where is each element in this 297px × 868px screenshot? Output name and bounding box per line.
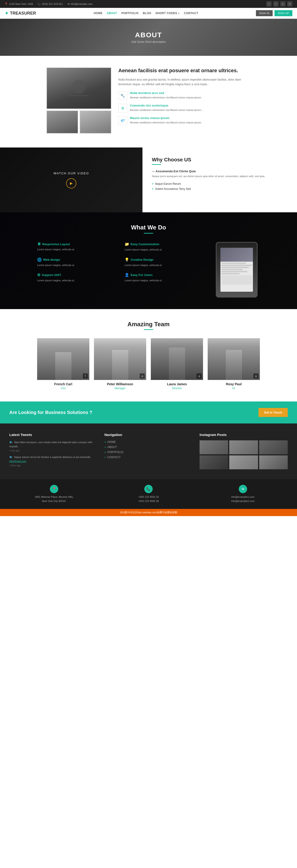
service-icon-5: ⚙ [37, 273, 40, 277]
service-support: ⚙ Support 24X7 Lorem ipsum magna, vehicu… [37, 273, 119, 283]
footer-phone-text: +005 123 4565 32 +010 123 4565 36 [138, 495, 159, 503]
twitter-icon-1: 🐦 [9, 441, 12, 444]
footer-address-text: 3481 Melrose Place, Beverly Hills, New Y… [35, 495, 74, 503]
social-facebook[interactable]: f [266, 1, 271, 6]
nav-portfolio[interactable]: PORTFOLIO [122, 11, 139, 15]
footer-instagram-title: Instagram Posts [199, 433, 288, 437]
nav-short-codes[interactable]: SHORT CODES [156, 11, 180, 15]
service-icon-4: 💡 [125, 257, 129, 262]
about-small-image-2 [80, 111, 111, 133]
footer-contact-phone: 📞 +005 123 4565 32 +010 123 4565 36 [104, 485, 193, 503]
cta-button[interactable]: Get In Touch [259, 408, 288, 417]
service-title-6: 👤 Easy For Users [125, 273, 207, 277]
team-photo-peter: ◎ [94, 338, 146, 380]
instagram-photo-2[interactable] [229, 440, 258, 454]
about-small-image-1 [47, 111, 78, 133]
footer-instagram-col: Instagram Posts [199, 433, 288, 470]
footer-nav-portfolio[interactable]: PORTFOLIO [104, 451, 193, 454]
footer-nav-home[interactable]: HOME [104, 440, 193, 444]
footer-nav-portfolio-link[interactable]: PORTFOLIO [104, 451, 193, 454]
tablet-screen-top [220, 248, 253, 261]
team-name-rosy: Rosy Paul [208, 382, 260, 386]
instagram-photo-4[interactable] [199, 456, 228, 469]
social-pinterest[interactable]: p [280, 1, 286, 6]
cta-banner: Are Looking for Business Solutions ? Get… [0, 401, 297, 424]
team-photo-laura: ◎ [151, 338, 203, 380]
footer-phone-icon: 📞 [144, 485, 153, 493]
footer-tweet-link[interactable]: info@mail.com [9, 460, 26, 463]
footer-nav-about[interactable]: ABOUT [104, 445, 193, 449]
service-desc-5: Lorem ipsum magna, vehicula ut. [37, 279, 119, 283]
twitter-icon-2: 🐦 [9, 456, 12, 458]
why-title: Why Choose US [152, 157, 288, 163]
footer-nav-home-link[interactable]: HOME [104, 440, 193, 444]
about-images [47, 67, 111, 133]
instagram-photo-1[interactable] [199, 440, 228, 454]
service-creative-design: 💡 Creative Design Lorem ipsum magna, veh… [125, 257, 207, 268]
why-item-desc: Neque porro quisquam est, qui dolore ips… [152, 174, 288, 179]
instagram-photo-3[interactable] [259, 440, 288, 454]
instagram-photo-5[interactable] [229, 456, 258, 469]
nav-blog[interactable]: BLOG [143, 11, 151, 15]
nav-home[interactable]: HOME [94, 11, 103, 15]
service-desc-2: Lorem ipsum magna, vehicula ut. [125, 248, 207, 252]
footer-top: Latest Tweets 🐦 Nam libero tempore, cum … [0, 424, 297, 479]
nav-about[interactable]: ABOUT [107, 11, 117, 15]
feature-desc-2: Aenean vestibulum elementum nisi.Mauris … [130, 108, 203, 112]
whatwedo-section: What We Do 🖥 Responsive Layout Lorem ips… [0, 212, 297, 309]
play-button[interactable]: ▶ [66, 178, 76, 188]
navbar: ✦ TREASURER HOME ABOUT PORTFOLIO BLOG SH… [0, 8, 297, 19]
tablet-mockup-container [213, 242, 260, 298]
footer-tweets-col: Latest Tweets 🐦 Nam libero tempore, cum … [9, 433, 98, 470]
hero-title: ABOUT [131, 31, 166, 39]
team-photo-french-carl: f [37, 338, 89, 380]
team-title: Amazing Team [9, 321, 288, 328]
signin-button[interactable]: SIGN IN [256, 10, 273, 16]
team-underline [144, 329, 153, 330]
service-title-4: 💡 Creative Design [125, 257, 207, 262]
feature-desc-3: Aenean vestibulum elementum nisi.Mauris … [130, 121, 201, 125]
footer-nav-contact-link[interactable]: CONTACT [104, 456, 193, 459]
email: ✉ info@example.com [68, 3, 92, 5]
instagram-icon: ◎ [140, 373, 145, 378]
team-member-french-carl: f French Carl Ceo [37, 338, 89, 390]
team-member-rosy: ◎ Rosy Paul Hr [208, 338, 260, 390]
nav-buttons: SIGN IN SIGN UP [256, 10, 292, 16]
signup-button[interactable]: SIGN UP [274, 10, 292, 16]
logo[interactable]: ✦ TREASURER [5, 10, 36, 16]
footer-tweet-1-text: 🐦 Nam libero tempore, cum soluta nobis e… [9, 440, 98, 448]
team-role-french-carl: Ceo [37, 386, 89, 390]
service-responsive-layout: 🖥 Responsive Layout Lorem ipsum magna, v… [37, 242, 119, 252]
feature-text-1: Nulla tincidunt arcu sed Aenean vestibul… [130, 91, 201, 99]
phone: 📞 (010) 221 918 811 [37, 3, 63, 5]
service-web-design: 🌐 Web design Lorem ipsum magna, vehicula… [37, 257, 119, 268]
address: 📍 1143 New York, USA [5, 3, 33, 5]
tablet-mockup [216, 242, 258, 298]
why-content: Why Choose US Assumenda Est Cliche Quia … [142, 148, 297, 212]
topbar: 📍 1143 New York, USA 📞 (010) 221 918 811… [0, 0, 297, 8]
social-linkedin[interactable]: in [287, 1, 292, 6]
service-title-2: 📁 Easy Customization [125, 242, 207, 246]
team-member-laura: ◎ Laura James Director [151, 338, 203, 390]
footer-nav-about-link[interactable]: ABOUT [104, 445, 193, 449]
footer-tweet-2-text: 🐦 Itaque earum rerum hic tenetur a sapie… [9, 455, 98, 463]
feature-title-1[interactable]: Nulla tincidunt arcu sed [130, 91, 201, 95]
team-photo-rosy: ◎ [208, 338, 260, 380]
social-twitter[interactable]: t [273, 1, 278, 6]
about-main-image [47, 67, 111, 109]
feature-title-3[interactable]: Mauris luctus massa ipsum [130, 116, 201, 120]
service-title-1: 🖥 Responsive Layout [37, 242, 119, 246]
footer-bottom: 📍 3481 Melrose Place, Beverly Hills, New… [0, 479, 297, 509]
team-role-laura: Director [151, 386, 203, 390]
service-easy-customization: 📁 Easy Customization Lorem ipsum magna, … [125, 242, 207, 252]
whatwedo-grid: 🖥 Responsive Layout Lorem ipsum magna, v… [37, 242, 260, 298]
footer-nav-contact[interactable]: CONTACT [104, 456, 193, 459]
tablet-screen [220, 248, 253, 292]
service-desc-6: Lorem ipsum magna, vehicula ut. [125, 279, 207, 283]
feature-title-2[interactable]: Commodo nisi scelerisque [130, 104, 203, 107]
tablet-screen-bottom [220, 261, 253, 292]
service-icon-3: 🌐 [37, 257, 42, 262]
nav-contact[interactable]: CONTACT [184, 11, 198, 15]
instagram-photo-6[interactable] [259, 456, 288, 469]
feature-item-3: 💎 Mauris luctus massa ipsum Aenean vesti… [118, 116, 250, 125]
